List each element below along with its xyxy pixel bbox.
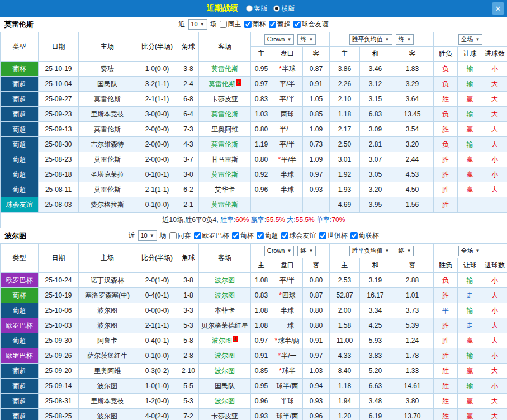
match-count-select[interactable]: 10▼	[138, 230, 157, 241]
avg-final-select[interactable]: 终▼	[396, 34, 414, 45]
checkbox-input[interactable]	[281, 232, 288, 239]
avg-home: 4.69	[330, 197, 360, 213]
avg-select[interactable]: 胜平负均值▼	[349, 34, 392, 45]
handicap: *球半	[272, 364, 303, 379]
scope-select[interactable]: 全场▼	[458, 246, 483, 256]
result-group-header: 全场▼	[434, 32, 507, 47]
match-score: 2-1(1-1)	[136, 92, 178, 107]
avg-home: 11.00	[330, 333, 360, 348]
avg-home: 1.92	[330, 167, 360, 182]
filter-checkbox[interactable]: 葡联杯	[350, 231, 379, 240]
match-score: 0-1(0-0)	[136, 348, 178, 364]
avg-draw: 6.63	[360, 379, 391, 394]
odds-final-select[interactable]: 终▼	[297, 246, 316, 256]
checkbox-input[interactable]	[220, 21, 227, 28]
away-team: 莫雷伦斯	[199, 197, 251, 213]
live-change-star: *	[274, 337, 277, 345]
odds-provider-select[interactable]: Crown▼	[264, 246, 295, 256]
result-wdl: 胜	[434, 379, 458, 394]
filter-checkbox[interactable]: 葡杯	[244, 20, 266, 29]
home-team: 莫雷伦斯	[79, 182, 136, 197]
result-handicap	[458, 197, 482, 213]
corner-score: 6-2	[178, 182, 199, 197]
odds-away: 0.91	[303, 77, 330, 92]
competition-badge: 葡杯	[1, 62, 39, 77]
filter-checkbox[interactable]: 葡杯	[232, 231, 254, 240]
away-team-name: 卡莎皮亚	[211, 412, 238, 420]
radio-icon	[246, 5, 253, 12]
layout-radio-horizontal[interactable]: 横版	[273, 4, 295, 13]
handicap-text: 半球	[281, 306, 294, 314]
sub-header-4: 和	[360, 47, 391, 62]
match-score: 2-0(0-0)	[136, 152, 178, 167]
layout-radio-vertical[interactable]: 竖版	[246, 4, 268, 13]
filter-checkbox[interactable]: 葡超	[257, 231, 278, 240]
avg-draw: 6.83	[360, 107, 391, 122]
checkbox-input[interactable]	[244, 21, 252, 28]
corner-score: 5-3	[178, 318, 199, 333]
checkbox-input[interactable]	[269, 21, 276, 28]
avg-away: 13.70	[391, 409, 434, 420]
handicap-text: 球半/两	[276, 382, 298, 390]
avg-home: 2.53	[330, 273, 360, 288]
handicap-text: 球半/两	[276, 412, 298, 420]
match-row: 葡超25-08-31里斯本竞技1-2(0-0)5-3波尔图0.96半球0.931…	[1, 394, 507, 409]
avg-home: 1.20	[330, 409, 360, 420]
dropdown-arrow-icon: ▼	[287, 35, 291, 44]
result-wdl: 平	[434, 303, 458, 318]
filter-checkbox[interactable]: 欧罗巴杯	[194, 231, 229, 240]
avg-home: 2.00	[330, 303, 360, 318]
competition-badge: 葡杯	[1, 288, 39, 303]
checkbox-input[interactable]	[232, 232, 239, 239]
checkbox-input[interactable]	[169, 232, 177, 239]
team-name: 莫雷伦斯	[4, 20, 34, 30]
avg-home: 8.40	[330, 364, 360, 379]
competition-badge: 葡超	[1, 77, 39, 92]
filter-checkbox[interactable]: 世俱杯	[319, 231, 348, 240]
scope-select[interactable]: 全场▼	[458, 34, 483, 45]
result-goals: 大	[482, 364, 507, 379]
dropdown-arrow-icon: ▼	[200, 20, 205, 29]
competition-badge: 葡超	[1, 364, 39, 379]
match-count-select[interactable]: 10▼	[188, 19, 207, 30]
handicap-text: 平/半	[281, 155, 296, 163]
odds-away: 0.93	[303, 394, 330, 409]
checkbox-input[interactable]	[194, 232, 201, 239]
away-team: 国民队	[199, 379, 251, 394]
dropdown-arrow-icon: ▼	[287, 247, 291, 255]
checkbox-input[interactable]	[257, 232, 264, 239]
result-handicap: 赢	[458, 394, 482, 409]
result-handicap: 赢	[458, 152, 482, 167]
handicap-text: 半球	[281, 171, 294, 178]
filter-checkbox[interactable]: 球会友谊	[281, 231, 316, 240]
sub-header-8: 进球数	[482, 47, 507, 62]
filter-checkbox[interactable]: 葡超	[269, 20, 291, 29]
close-icon[interactable]: ✕	[492, 2, 504, 15]
avg-select[interactable]: 胜平负均值▼	[349, 246, 392, 256]
corner-score: 5-5	[178, 379, 199, 394]
filter-bar: 近10▼场同赛欧罗巴杯葡杯葡超球会友谊世俱杯葡联杯	[128, 230, 378, 241]
avg-away: 3.20	[391, 137, 434, 152]
odds-home: 0.96	[251, 394, 272, 409]
competition-badge: 欧罗巴杯	[1, 318, 39, 333]
result-handicap: 走	[458, 318, 482, 333]
filter-checkbox[interactable]: 球会友谊	[293, 20, 329, 29]
filter-checkbox[interactable]: 同赛	[169, 231, 191, 240]
corner-score: 7-2	[178, 409, 199, 420]
checkbox-input[interactable]	[293, 21, 301, 28]
handicap-text: 球半	[282, 367, 296, 375]
filter-checkbox[interactable]: 同主	[220, 20, 241, 29]
odds-provider-select[interactable]: Crown▼	[264, 34, 295, 45]
avg-draw: 3.09	[360, 122, 391, 137]
handicap: *半球	[272, 62, 303, 77]
corner-score: 3-0	[178, 167, 199, 182]
away-team-name: 国民队	[215, 382, 235, 390]
avg-final-select[interactable]: 终▼	[396, 246, 414, 256]
result-handicap: 赢	[458, 167, 482, 182]
odds-final-select[interactable]: 终▼	[297, 34, 316, 45]
home-team: 莫雷伦斯	[79, 122, 136, 137]
checkbox-input[interactable]	[319, 232, 326, 239]
summary-segment: 55.5%	[296, 216, 315, 224]
match-score: 4-0(2-0)	[136, 409, 178, 420]
checkbox-input[interactable]	[350, 232, 358, 239]
